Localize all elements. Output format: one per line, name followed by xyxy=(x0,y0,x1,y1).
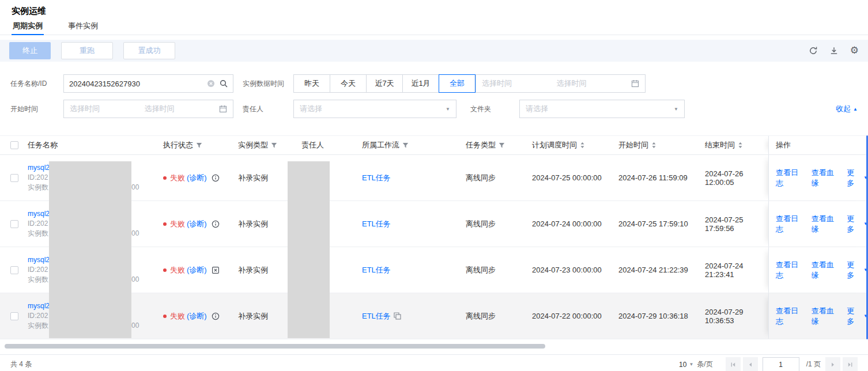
schedule-time-cell: 2024-07-22 00:00:00 xyxy=(526,312,613,320)
chevron-up-icon: ▲ xyxy=(853,107,858,112)
filter-row-1: 任务名称/ID 20240423152627930 实例数据时间 昨天 今天 近… xyxy=(10,74,858,93)
row-checkbox[interactable] xyxy=(10,312,18,320)
status-dot xyxy=(163,222,167,226)
schedule-time-cell: 2024-07-23 00:00:00 xyxy=(526,266,613,274)
first-page-button[interactable] xyxy=(726,357,741,371)
filter-icon[interactable] xyxy=(271,142,277,149)
workflow-link[interactable]: ETL任务 xyxy=(362,219,391,229)
filter-icon[interactable] xyxy=(402,142,409,149)
view-lineage-link[interactable]: 查看血缘 xyxy=(812,168,841,188)
sort-icon[interactable] xyxy=(738,142,743,149)
start-time-start-placeholder[interactable]: 选择时间 xyxy=(70,104,145,114)
col-task-type: 任务类型 xyxy=(460,140,526,150)
workflow-cell: ETL任务 xyxy=(356,265,460,275)
page-title: 实例运维 xyxy=(0,0,868,19)
view-log-link[interactable]: 查看日志 xyxy=(776,260,806,281)
folder-select[interactable]: 请选择 ▼ xyxy=(519,100,685,118)
diagnose-link[interactable]: (诊断) xyxy=(187,219,207,229)
filter-icon[interactable] xyxy=(196,142,202,149)
calendar-icon[interactable] xyxy=(631,80,639,88)
view-log-link[interactable]: 查看日志 xyxy=(776,168,806,188)
view-log-link[interactable]: 查看日志 xyxy=(776,306,806,327)
instance-table: 任务名称 执行状态 实例类型 责任人 所属工作流 任务类型 计划调度时间 开始时… xyxy=(0,135,868,339)
start-time-end-placeholder[interactable]: 选择时间 xyxy=(145,104,220,114)
workflow-cell: ETL任务 xyxy=(356,311,460,321)
collapse-filters-link[interactable]: 收起 ▲ xyxy=(836,104,858,114)
copy-icon[interactable] xyxy=(394,312,401,320)
owner-select[interactable]: 请选择 ▼ xyxy=(293,100,456,118)
data-time-end-placeholder[interactable]: 选择时间 xyxy=(557,78,632,89)
settings-icon[interactable]: ⚙ xyxy=(850,46,859,55)
filter-icon[interactable] xyxy=(499,142,505,149)
info-circle-icon[interactable] xyxy=(212,174,220,182)
tabbar: 周期实例 事件实例 xyxy=(0,19,868,35)
tab-event-instances[interactable]: 事件实例 xyxy=(67,19,99,35)
sort-icon[interactable] xyxy=(651,142,656,149)
status-text: 失败 xyxy=(170,311,185,321)
prev-page-button[interactable] xyxy=(743,357,758,371)
range-all-button[interactable]: 全部 xyxy=(439,74,475,93)
start-time-label: 开始时间 xyxy=(10,104,63,114)
page-number-input[interactable]: 1 xyxy=(763,357,799,371)
more-link[interactable]: 更多▼ xyxy=(847,306,868,327)
diagnose-link[interactable]: (诊断) xyxy=(187,173,207,183)
instance-type-cell: 补录实例 xyxy=(232,265,296,275)
clear-icon[interactable] xyxy=(207,80,215,88)
more-link[interactable]: 更多▼ xyxy=(847,214,868,234)
data-time-start-placeholder[interactable]: 选择时间 xyxy=(482,78,557,89)
table-body: mysql2 ID:202 实例数00 失败 (诊断) 补录实例 ETL任务 离… xyxy=(0,155,868,339)
horizontal-scrollbar xyxy=(5,344,863,349)
workflow-link[interactable]: ETL任务 xyxy=(362,311,391,321)
task-type-cell: 离线同步 xyxy=(460,219,526,229)
workflow-link[interactable]: ETL任务 xyxy=(362,173,391,183)
diagnose-link[interactable]: (诊断) xyxy=(187,265,207,275)
start-time-cell: 2024-07-24 21:22:39 xyxy=(613,266,699,274)
row-checkbox[interactable] xyxy=(10,220,18,228)
row-checkbox[interactable] xyxy=(10,266,18,274)
pager-controls: 1 /1 页 xyxy=(726,357,858,371)
rerun-button[interactable]: 重跑 xyxy=(61,42,113,59)
end-time-cell: 2024-07-25 17:59:56 xyxy=(699,215,768,233)
view-lineage-link[interactable]: 查看血缘 xyxy=(812,306,841,327)
horizontal-scrollbar-thumb[interactable] xyxy=(5,344,545,349)
data-time-range-picker[interactable]: 选择时间 选择时间 xyxy=(475,74,646,93)
operations-cell: 查看日志 查看血缘 更多▼ xyxy=(768,247,868,293)
download-icon[interactable] xyxy=(829,46,839,55)
last-page-button[interactable] xyxy=(843,357,858,371)
range-1month-button[interactable]: 近1月 xyxy=(402,74,439,93)
calendar-icon[interactable] xyxy=(219,105,227,113)
col-exec-status: 执行状态 xyxy=(157,140,232,150)
refresh-icon[interactable] xyxy=(809,46,818,55)
next-page-button[interactable] xyxy=(825,357,840,371)
range-yesterday-button[interactable]: 昨天 xyxy=(293,74,330,93)
view-log-link[interactable]: 查看日志 xyxy=(776,214,806,234)
filter-row-2: 开始时间 选择时间 选择时间 责任人 请选择 ▼ 文件夹 请选择 ▼ 收起 ▲ xyxy=(10,100,858,118)
view-lineage-link[interactable]: 查看血缘 xyxy=(812,260,841,281)
more-link[interactable]: 更多▼ xyxy=(847,168,868,188)
status-cell: 失败 (诊断) xyxy=(157,219,232,229)
set-success-button[interactable]: 置成功 xyxy=(123,42,175,59)
tab-periodic-instances[interactable]: 周期实例 xyxy=(12,19,44,35)
view-lineage-link[interactable]: 查看血缘 xyxy=(812,214,841,234)
task-search-input[interactable]: 20240423152627930 xyxy=(63,74,233,93)
more-link[interactable]: 更多▼ xyxy=(847,260,868,281)
operations-cell: 查看日志 查看血缘 更多▼ xyxy=(768,293,868,339)
select-all-checkbox[interactable] xyxy=(10,141,18,149)
range-today-button[interactable]: 今天 xyxy=(330,74,367,93)
task-search-value[interactable]: 20240423152627930 xyxy=(69,80,202,88)
search-icon[interactable] xyxy=(220,80,228,88)
end-time-cell: 2024-07-24 21:23:41 xyxy=(699,262,768,279)
error-square-icon[interactable] xyxy=(212,266,220,274)
sort-icon[interactable] xyxy=(580,142,585,149)
info-circle-icon[interactable] xyxy=(212,312,220,320)
range-7days-button[interactable]: 近7天 xyxy=(366,74,403,93)
row-checkbox[interactable] xyxy=(10,174,18,182)
instance-ops-page: 实例运维 周期实例 事件实例 终止 重跑 置成功 ⚙ 任务名称/ID 20240… xyxy=(0,0,868,371)
status-dot xyxy=(163,268,167,272)
page-size-select[interactable]: 10 ▼ xyxy=(679,361,693,369)
terminate-button[interactable]: 终止 xyxy=(9,42,51,59)
info-circle-icon[interactable] xyxy=(212,220,220,228)
start-time-range-picker[interactable]: 选择时间 选择时间 xyxy=(63,100,233,118)
diagnose-link[interactable]: (诊断) xyxy=(187,311,207,321)
workflow-link[interactable]: ETL任务 xyxy=(362,265,391,275)
